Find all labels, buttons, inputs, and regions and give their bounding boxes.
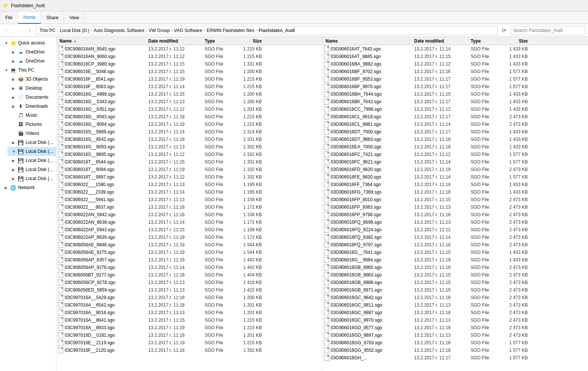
- sidebar-item-3d-objects[interactable]: ▶ 📦 3D Objects: [8, 75, 56, 84]
- col-name-header[interactable]: Name ▲: [58, 38, 148, 44]
- table-row[interactable]: 03C997016A__8641.sgo 13.2.2017 r. 11:15 …: [56, 316, 322, 324]
- table-row[interactable]: 03C906022AN_8638.sgo 13.2.2017 r. 11:14 …: [56, 218, 322, 226]
- up-button[interactable]: ↑: [25, 26, 35, 35]
- sidebar-item-local-g[interactable]: ▶ 💾 Local Disk (G:): [8, 165, 56, 174]
- table-row[interactable]: 03C906016CP_3980.sgo 13.2.2017 r. 11:15 …: [56, 60, 322, 68]
- sidebar-item-music[interactable]: 🎵 Music: [8, 111, 56, 120]
- table-row[interactable]: 03G906016FC_7421.sgo 13.2.2017 r. 11:12 …: [322, 151, 588, 158]
- sidebar-item-desktop[interactable]: ▶ 🖥 Desktop: [8, 84, 56, 93]
- sidebar-item-network[interactable]: ▶ 🌐 Network: [0, 183, 56, 192]
- table-row[interactable]: 03G906016G__7641.sgo 13.2.2017 r. 11:15 …: [322, 249, 588, 256]
- table-row[interactable]: 03G906016GC_9887.sgo 13.2.2017 r. 11:18 …: [322, 309, 588, 316]
- ribbon-tab-home[interactable]: Home: [18, 11, 41, 24]
- table-row[interactable]: 03C906022AN_5942.sgo 13.2.2017 r. 11:18 …: [56, 211, 322, 218]
- table-row[interactable]: 03C906016G__6351.sgo 13.2.2017 r. 11:12 …: [56, 105, 322, 113]
- table-row[interactable]: 03C906016S__9093.sgo 13.2.2017 r. 11:13 …: [56, 143, 322, 151]
- table-row[interactable]: 03G906016FE_9820.sgo 13.2.2017 r. 11:14 …: [322, 173, 588, 181]
- table-row[interactable]: 03C906056CP_9278.sgo 13.2.2017 r. 11:13 …: [56, 279, 322, 286]
- table-row[interactable]: 03C906022___1580.sgo 13.2.2017 r. 11:13 …: [56, 181, 322, 188]
- table-row[interactable]: 03G906016GC_9642.sgo 13.2.2017 r. 11:18 …: [322, 294, 588, 301]
- table-row[interactable]: 03G906016GB_9886.sgo 13.2.2017 r. 11:15 …: [322, 279, 588, 286]
- table-row[interactable]: 03G906016BF_9970.sgo 13.2.2017 r. 11:17 …: [322, 83, 588, 90]
- table-row[interactable]: 03G906016FQ_9224.sgo 13.2.2017 r. 11:12 …: [322, 226, 588, 234]
- table-row[interactable]: 03C997016A__8016.sgo 13.2.2017 r. 11:13 …: [56, 309, 322, 316]
- table-row[interactable]: 03G906016DT_7000.sgo 13.2.2017 r. 11:17 …: [322, 128, 588, 136]
- table-row[interactable]: 03G906016GG_9552.sgo 13.2.2017 r. 11:18 …: [322, 347, 588, 354]
- forward-button[interactable]: →: [14, 26, 23, 35]
- table-row[interactable]: 03G906016GB_9663.sgo 13.2.2017 r. 11:15 …: [322, 271, 588, 279]
- table-row[interactable]: 03G906016FP_9383.sgo 13.2.2017 r. 11:13 …: [322, 203, 588, 211]
- table-row[interactable]: 03C906016T__9094.sgo 13.2.2017 r. 11:19 …: [56, 166, 322, 173]
- table-row[interactable]: 03C906056AE_8848.sgo 13.2.2017 r. 11:19 …: [56, 241, 322, 249]
- table-row[interactable]: 03G906016GB_9971.sgo 13.2.2017 r. 11:15 …: [322, 286, 588, 294]
- table-row[interactable]: 03C906016F__9063.sgo 13.2.2017 r. 11:14 …: [56, 83, 322, 90]
- table-row[interactable]: 03C906016F__8541.sgo 13.2.2017 r. 11:19 …: [56, 75, 322, 83]
- table-row[interactable]: 03G906016BF_9553.sgo 13.2.2017 r. 11:17 …: [322, 75, 588, 83]
- table-row[interactable]: 03G906016CL_9881.sgo 13.2.2017 r. 11:14 …: [322, 121, 588, 128]
- table-row[interactable]: 03C906016T__9897.sgo 13.2.2017 r. 11:12 …: [56, 173, 322, 181]
- sidebar-item-videos[interactable]: 🎬 Videos: [8, 129, 56, 138]
- right-col-name-header[interactable]: Name: [324, 38, 414, 44]
- table-row[interactable]: 03G906016GG_8703.sgo 13.2.2017 r. 11:18 …: [322, 339, 588, 347]
- table-row[interactable]: 03C906016G__9064.sgo 13.2.2017 r. 11:19 …: [56, 121, 322, 128]
- table-row[interactable]: 03C997016D__0181.sgo 13.2.2017 r. 11:18 …: [56, 331, 322, 339]
- table-row[interactable]: 03G906016GB_8965.sgo 13.2.2017 r. 11:16 …: [322, 264, 588, 271]
- table-row[interactable]: 03G906016FD_9620.sgo 13.2.2017 r. 11:19 …: [322, 166, 588, 173]
- table-row[interactable]: 03C997016E__2119.sgo 13.2.2017 r. 11:19 …: [56, 339, 322, 347]
- table-row[interactable]: 03G906016FP_8010.sgo 13.2.2017 r. 11:15 …: [322, 196, 588, 203]
- table-row[interactable]: 03G906016AT_9885.sgo 13.2.2017 r. 11:15 …: [322, 53, 588, 60]
- sidebar-item-downloads[interactable]: ▶ ⬇ Downloads: [8, 102, 56, 111]
- table-row[interactable]: 03G906016BH_7644.sgo 13.2.2017 r. 11:15 …: [322, 90, 588, 98]
- table-row[interactable]: 03C906056AP_9276.sgo 13.2.2017 r. 11:14 …: [56, 264, 322, 271]
- col-type-header[interactable]: Type: [205, 38, 235, 44]
- col-size-header[interactable]: Size: [235, 38, 265, 44]
- table-row[interactable]: 03C906022___8637.sgo 13.2.2017 r. 11:18 …: [56, 203, 322, 211]
- breadcrumb[interactable]: This PC › Local Disk (D:) › Auto Diagnos…: [36, 26, 498, 35]
- table-row[interactable]: 03G906016CL_9619.sgo 13.2.2017 r. 11:17 …: [322, 113, 588, 121]
- table-row[interactable]: 03G906016GD_9577.sgo 13.2.2017 r. 11:18 …: [322, 324, 588, 331]
- table-row[interactable]: 03C906056BT_9277.sgo 13.2.2017 r. 11:18 …: [56, 271, 322, 279]
- sidebar-item-local-e[interactable]: ▶ 💾 Local Disk (E:): [8, 156, 56, 165]
- table-row[interactable]: 03C906016E__5048.sgo 13.2.2017 r. 11:15 …: [56, 68, 322, 75]
- table-row[interactable]: 03G906016FQ_8698.sgo 13.2.2017 r. 11:13 …: [322, 218, 588, 226]
- table-row[interactable]: 03C906016G__4989.sgo 13.2.2017 r. 11:15 …: [56, 90, 322, 98]
- table-row[interactable]: 03C906016S__5889.sgo 13.2.2017 r. 11:14 …: [56, 128, 322, 136]
- table-row[interactable]: 03C906056AE_9275.sgo 13.2.2017 r. 11:19 …: [56, 249, 322, 256]
- table-row[interactable]: 03G906016GH_... 13.2.2017 r. 11:17 SGO F…: [322, 354, 588, 362]
- table-row[interactable]: 03G906016FQ_9382.sgo 13.2.2017 r. 11:14 …: [322, 234, 588, 241]
- table-row[interactable]: 03G906016GD_9897.sgo 13.2.2017 r. 11:13 …: [322, 331, 588, 339]
- sidebar-item-local-d[interactable]: ▼ 💾 Local Disk (D:): [8, 147, 56, 156]
- sidebar-item-onedrive2[interactable]: ▶ ☁ OneDrive: [8, 56, 56, 66]
- table-row[interactable]: 03C906016G__5343.sgo 13.2.2017 r. 11:13 …: [56, 98, 322, 105]
- col-date-header[interactable]: Date modified: [148, 38, 205, 44]
- table-row[interactable]: 03G906016BK_7642.sgo 13.2.2017 r. 11:17 …: [322, 98, 588, 105]
- ribbon-tab-share[interactable]: Share: [41, 11, 64, 24]
- table-row[interactable]: 03C997016F__2120.sgo 13.2.2017 r. 11:18 …: [56, 347, 322, 354]
- table-row[interactable]: 03C997016A__8933.sgo 13.2.2017 r. 11:19 …: [56, 324, 322, 331]
- table-row[interactable]: 03G906016DT_9883.sgo 13.2.2017 r. 11:16 …: [322, 136, 588, 143]
- sidebar-item-quick-access[interactable]: ▼ ⭐ Quick access: [0, 38, 56, 47]
- right-col-date-header[interactable]: Date modified: [414, 38, 471, 44]
- refresh-button[interactable]: ⟳: [499, 26, 509, 35]
- sidebar-item-local-h[interactable]: ▶ 💾 Local Disk (H:): [8, 174, 56, 183]
- table-row[interactable]: 03G906016FP_9798.sgo 13.2.2017 r. 11:18 …: [322, 211, 588, 218]
- right-col-size-header[interactable]: Size: [501, 38, 531, 44]
- table-row[interactable]: 03C906016AN_8545.sgo 13.2.2017 r. 11:12 …: [56, 45, 322, 53]
- table-row[interactable]: 03G906016G__9884.sgo 13.2.2017 r. 11:19 …: [322, 256, 588, 264]
- table-row[interactable]: 03G906016GC_9811.sgo 13.2.2017 r. 11:13 …: [322, 301, 588, 309]
- table-row[interactable]: 03C906016S__8542.sgo 13.2.2017 r. 11:18 …: [56, 136, 322, 143]
- table-row[interactable]: 03G906016GC_9970.sgo 13.2.2017 r. 11:13 …: [322, 316, 588, 324]
- table-row[interactable]: 03G906016EA_7000.sgo 13.2.2017 r. 11:18 …: [322, 143, 588, 151]
- table-row[interactable]: 03C906016G__8543.sgo 13.2.2017 r. 11:18 …: [56, 113, 322, 121]
- table-row[interactable]: 03C906016T__8544.sgo 13.2.2017 r. 11:15 …: [56, 158, 322, 166]
- table-row[interactable]: 03C906022AP_8639.sgo 13.2.2017 r. 11:19 …: [56, 234, 322, 241]
- table-row[interactable]: 03C906016S__9895.sgo 13.2.2017 r. 11:12 …: [56, 151, 322, 158]
- sidebar-item-pictures[interactable]: 🖼 Pictures: [8, 120, 56, 129]
- table-row[interactable]: 03C906022AP_5943.sgo 13.2.2017 r. 11:15 …: [56, 226, 322, 234]
- back-button[interactable]: ←: [2, 26, 12, 35]
- table-row[interactable]: 03C906056ED_5859.sgo 13.2.2017 r. 11:13 …: [56, 286, 322, 294]
- table-row[interactable]: 03C997016A__6542.sgo 13.2.2017 r. 11:18 …: [56, 301, 322, 309]
- sidebar-item-onedrive1[interactable]: ▶ ☁ OneDrive: [8, 47, 56, 56]
- table-row[interactable]: 03C906016AN_9060.sgo 13.2.2017 r. 11:12 …: [56, 53, 322, 60]
- right-col-type-header[interactable]: Type: [471, 38, 501, 44]
